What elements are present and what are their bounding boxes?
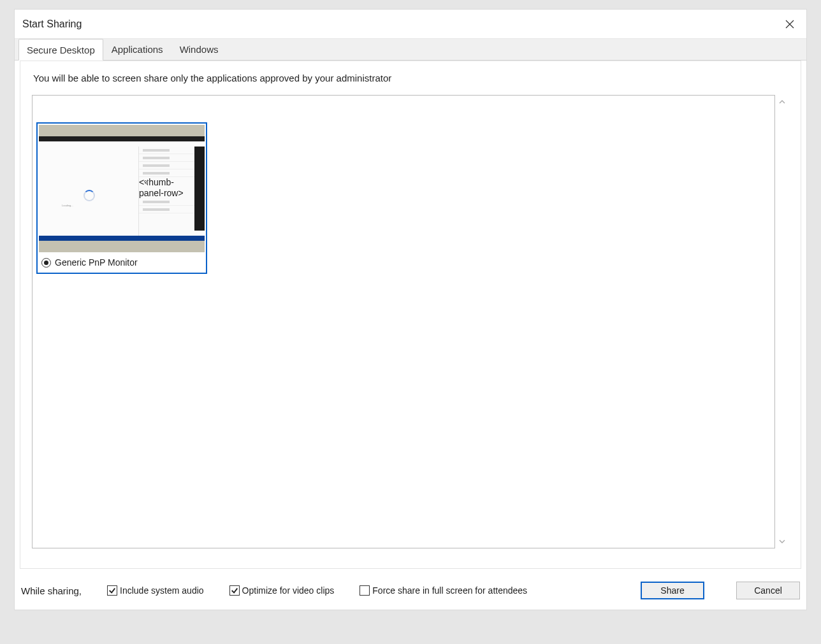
checkbox-label: Include system audio (120, 585, 204, 596)
tab-label: Windows (180, 44, 219, 55)
cancel-button[interactable]: Cancel (736, 582, 800, 599)
scroll-up-button[interactable] (775, 95, 789, 109)
tab-label: Secure Desktop (27, 45, 95, 55)
close-button[interactable] (781, 15, 799, 33)
monitor-card[interactable]: <থhumb-panel-row> Loading... G (36, 122, 207, 274)
close-icon (785, 20, 794, 29)
tab-windows[interactable]: Windows (171, 39, 227, 60)
tab-body: You will be able to screen share only th… (20, 61, 801, 569)
chevron-up-icon (779, 99, 785, 105)
include-system-audio-checkbox[interactable]: Include system audio (107, 585, 204, 596)
while-sharing-label: While sharing, (21, 585, 82, 596)
checkmark-icon (108, 587, 116, 594)
radio-icon (41, 258, 51, 268)
bottom-bar: While sharing, Include system audio Opti… (21, 579, 800, 602)
share-button[interactable]: Share (641, 582, 704, 599)
tabstrip: Secure Desktop Applications Windows (15, 39, 806, 61)
monitor-label: Generic PnP Monitor (55, 257, 138, 268)
checkbox-icon (229, 585, 240, 596)
dialog-title: Start Sharing (22, 18, 82, 30)
monitor-radio-row[interactable]: Generic PnP Monitor (38, 254, 206, 273)
checkbox-icon (107, 585, 117, 596)
monitor-list: <থhumb-panel-row> Loading... G (32, 95, 775, 548)
monitor-list-wrap: <থhumb-panel-row> Loading... G (32, 95, 789, 548)
tab-secure-desktop[interactable]: Secure Desktop (18, 39, 103, 61)
start-sharing-dialog: Start Sharing Secure Desktop Application… (14, 9, 807, 610)
monitor-thumbnail: <থhumb-panel-row> Loading... (39, 125, 205, 252)
checkbox-icon (360, 585, 370, 596)
tab-applications[interactable]: Applications (103, 39, 171, 60)
checkbox-label: Force share in full screen for attendees (372, 585, 527, 596)
chevron-down-icon (779, 538, 785, 545)
titlebar: Start Sharing (15, 10, 806, 39)
info-text: You will be able to screen share only th… (32, 73, 789, 83)
checkbox-label: Optimize for video clips (242, 585, 335, 596)
optimize-for-video-checkbox[interactable]: Optimize for video clips (229, 585, 335, 596)
button-label: Share (660, 585, 684, 596)
scroll-down-button[interactable] (775, 534, 789, 548)
button-label: Cancel (754, 585, 782, 596)
force-full-screen-checkbox[interactable]: Force share in full screen for attendees (360, 585, 527, 596)
tab-label: Applications (112, 44, 163, 55)
checkmark-icon (231, 587, 238, 594)
